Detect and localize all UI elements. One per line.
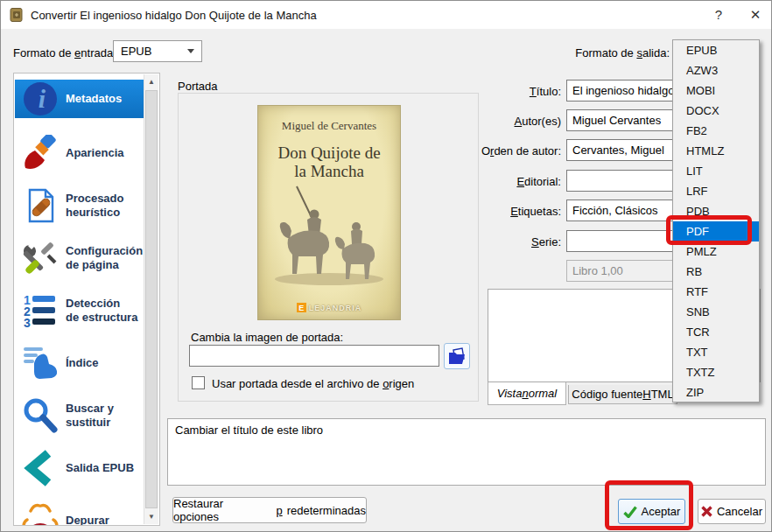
sidebar-item-procesado-heuristico[interactable]: Procesado heurístico: [15, 185, 145, 227]
dropdown-item-snb[interactable]: SNB: [673, 302, 759, 322]
svg-text:3: 3: [24, 316, 31, 329]
dropdown-item-azw3[interactable]: AZW3: [673, 60, 759, 80]
sidebar-item-metadatos[interactable]: i Metadatos: [15, 80, 145, 118]
check-icon: [623, 506, 637, 518]
output-format-label: Formato de salida:: [575, 46, 670, 60]
cancel-label: Cancelar: [717, 505, 762, 518]
dropdown-item-txtz[interactable]: TXTZ: [673, 362, 759, 382]
toc-hand-icon: [22, 345, 59, 382]
sidebar-item-indice[interactable]: Índice: [15, 342, 145, 384]
dropdown-item-txt[interactable]: TXT: [673, 342, 759, 362]
app-icon: [10, 8, 24, 22]
document-bandage-icon: [22, 187, 59, 224]
publisher-label: Editorial:: [474, 175, 561, 188]
tab-vista-normal[interactable]: Vista normal: [488, 382, 566, 405]
dropdown-item-pmlz[interactable]: PMLZ: [673, 242, 759, 262]
close-button[interactable]: ✕: [738, 1, 772, 28]
dropdown-item-zip[interactable]: ZIP: [673, 382, 759, 402]
restore-defaults-button[interactable]: Restaurar opciones predeterminadas: [172, 497, 367, 523]
dropdown-item-pdb[interactable]: PDB: [673, 201, 759, 221]
sidebar-item-salida-epub[interactable]: Salida EPUB: [15, 447, 145, 489]
sidebar-item-apariencia[interactable]: Apariencia: [15, 132, 145, 174]
sidebar-item-label: Metadatos: [66, 92, 122, 106]
sidebar-scrollbar[interactable]: ▲ ▼: [144, 74, 158, 524]
use-source-cover-label[interactable]: Usar portada desde el archivo de origen: [212, 377, 414, 390]
sidebar-item-deteccion-estructura[interactable]: 1 2 3 Detección de estructura: [15, 290, 145, 332]
tab-codigo-html[interactable]: Código fuente HTML: [568, 385, 677, 404]
window-title: Convertir El ingenioso hidalgo Don Quijo…: [31, 9, 317, 22]
sidebar-item-label: Depurar: [66, 514, 109, 526]
output-format-dropdown: EPUB AZW3 MOBI DOCX FB2 HTMLZ LIT LRF PD…: [672, 39, 760, 402]
author-sort-label: Orden de autor:: [474, 144, 561, 158]
cover-author: Miguel de Cervantes: [257, 119, 401, 133]
sidebar-list: i Metadatos Apariencia Procesado heuríst: [13, 73, 160, 526]
accept-label: Aceptar: [642, 505, 681, 518]
dropdown-item-docx[interactable]: DOCX: [673, 101, 759, 121]
dropdown-item-lrf[interactable]: LRF: [673, 181, 759, 201]
publisher-logo: E LEJANDRIA: [257, 303, 401, 312]
dropdown-item-lit[interactable]: LIT: [673, 161, 759, 181]
chevron-down-icon: [187, 49, 194, 53]
sidebar-item-label: Apariencia: [66, 146, 123, 160]
numbered-list-icon: 1 2 3: [22, 292, 59, 329]
title-label: Título:: [474, 85, 561, 98]
bug-icon: [22, 502, 59, 526]
accept-button[interactable]: Aceptar: [618, 499, 685, 524]
convert-dialog: Convertir El ingenioso hidalgo Don Quijo…: [0, 0, 772, 532]
scroll-down-button[interactable]: ▼: [144, 509, 158, 524]
tools-icon: [22, 240, 59, 276]
dropdown-item-fb2[interactable]: FB2: [673, 121, 759, 141]
input-format-label: Formato de entrada:: [13, 46, 116, 60]
scroll-up-button[interactable]: ▲: [144, 74, 158, 89]
sidebar-item-configuracion-pagina[interactable]: Configuración de página: [15, 237, 145, 279]
sidebar-item-label: Buscar y sustituir: [66, 402, 114, 429]
cover-title: Don Quijote de la Mancha: [257, 144, 401, 181]
publisher-initial: E: [297, 303, 306, 312]
cancel-button[interactable]: Cancelar: [698, 499, 766, 524]
dropdown-item-epub[interactable]: EPUB: [673, 40, 759, 60]
change-cover-label: Cambia la imagen de portada:: [191, 331, 343, 344]
authors-label: Autor(es): [474, 115, 561, 128]
sidebar-item-label: Configuración de página: [66, 244, 143, 271]
comments-area[interactable]: Cambiar el título de este libro: [167, 418, 766, 486]
sidebar-item-depurar[interactable]: Depurar: [15, 500, 145, 526]
epub-chevron-icon: [22, 450, 59, 486]
cover-path-input[interactable]: [189, 345, 439, 367]
publisher-name: LEJANDRIA: [309, 304, 362, 312]
tags-label: Etiquetas:: [474, 205, 561, 218]
series-label: Serie:: [474, 235, 561, 248]
use-source-cover-checkbox[interactable]: [192, 376, 205, 389]
folder-icon: [447, 347, 467, 365]
sidebar-item-label: Índice: [66, 356, 99, 370]
input-format-value: EPUB: [121, 45, 151, 58]
paintbrush-icon: [22, 135, 59, 172]
svg-text:i: i: [39, 84, 46, 113]
help-button[interactable]: ?: [701, 1, 736, 28]
dropdown-item-rb[interactable]: RB: [673, 262, 759, 282]
title-bar: Convertir El ingenioso hidalgo Don Quijo…: [1, 1, 771, 29]
search-icon: [22, 397, 59, 434]
sidebar-item-label: Detección de estructura: [66, 297, 137, 324]
browse-cover-button[interactable]: [444, 343, 470, 369]
sidebar-item-buscar-sustituir[interactable]: Buscar y sustituir: [15, 395, 145, 437]
scroll-thumb[interactable]: [145, 90, 158, 508]
info-icon: i: [22, 80, 59, 117]
x-icon: [701, 506, 712, 517]
dropdown-item-rtf[interactable]: RTF: [673, 282, 759, 302]
book-cover: Miguel de Cervantes Don Quijote de la Ma…: [257, 105, 401, 320]
portada-group-label: Portada: [178, 80, 218, 93]
dropdown-item-pdf[interactable]: PDF: [673, 221, 759, 242]
input-format-select[interactable]: EPUB: [113, 40, 202, 62]
sidebar-item-label: Salida EPUB: [66, 461, 134, 475]
dropdown-item-mobi[interactable]: MOBI: [673, 80, 759, 101]
comments-text: Cambiar el título de este libro: [175, 424, 323, 437]
sidebar-item-label: Procesado heurístico: [66, 192, 123, 219]
dropdown-item-htmlz[interactable]: HTMLZ: [673, 141, 759, 161]
cover-illustration: [263, 185, 395, 288]
dropdown-item-tcr[interactable]: TCR: [673, 322, 759, 342]
